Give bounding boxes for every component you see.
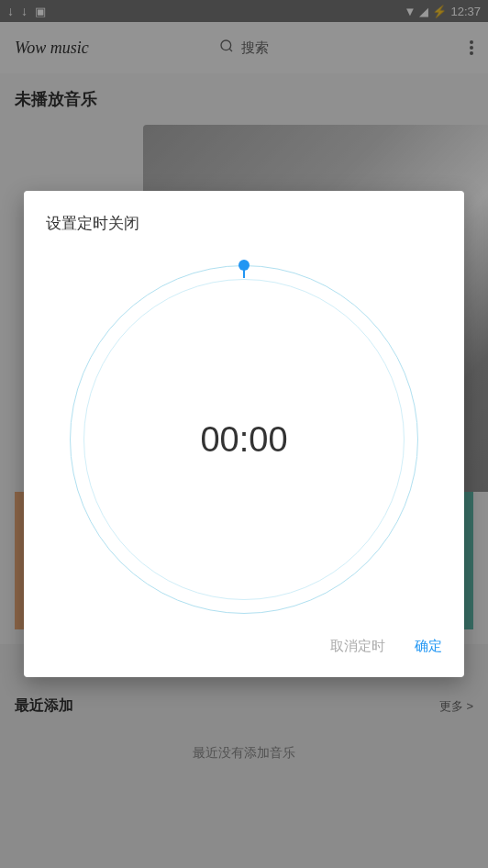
timer-circle[interactable]: 00:00 [70, 265, 418, 614]
timer-display: 00:00 [200, 420, 287, 460]
timer-container: 00:00 [46, 256, 442, 623]
timer-handle[interactable] [238, 260, 250, 271]
cancel-button[interactable]: 取消定时 [330, 638, 385, 655]
timer-dialog: 设置定时关闭 00:00 取消定时 确定 [24, 191, 464, 677]
dialog-title: 设置定时关闭 [46, 213, 442, 234]
dialog-actions: 取消定时 确定 [46, 638, 442, 655]
dialog-overlay[interactable]: 设置定时关闭 00:00 取消定时 确定 [0, 0, 488, 868]
confirm-button[interactable]: 确定 [415, 638, 442, 655]
